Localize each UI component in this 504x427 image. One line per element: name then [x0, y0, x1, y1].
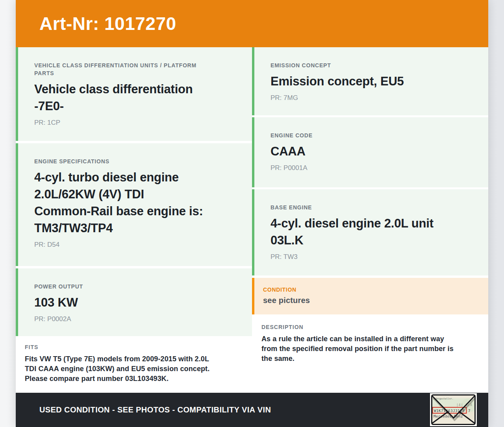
card-pr-code: PR: 7MG: [271, 94, 473, 102]
card-value: 4-cyl. turbo diesel engine 2.0L/62KW (4V…: [34, 169, 237, 237]
card-value: 4-cyl. diesel engine 2.0L unit 03L.K: [271, 215, 473, 249]
content-columns: VEHICLE CLASS DIFFERENTIATION UNITS / PL…: [16, 47, 488, 393]
card-pr-code: PR: P0002A: [34, 315, 237, 323]
card-condition: CONDITION see pictures: [252, 278, 488, 314]
card-base-engine: BASE ENGINE 4-cyl. diesel engine 2.0L un…: [252, 189, 488, 275]
card-pr-code: PR: D54: [34, 241, 237, 249]
listing-page: Art-Nr: 1017270 VEHICLE CLASS DIFFERENTI…: [16, 0, 488, 427]
card-value: CAAA: [271, 143, 473, 160]
footer-banner: USED CONDITION - SEE PHOTOS - COMPATIBIL…: [16, 393, 488, 427]
vin-suffix-text: 7: [468, 409, 470, 413]
card-engine-specifications: ENGINE SPECIFICATIONS 4-cyl. turbo diese…: [16, 143, 252, 266]
description-section: DESCRIPTION As a rule the article can be…: [252, 314, 488, 393]
card-power-output: POWER OUTPUT 103 KW PR: P0002A: [16, 268, 252, 336]
condition-value: see pictures: [263, 296, 479, 305]
card-pr-code: PR: 1CP: [34, 119, 237, 127]
card-engine-code: ENGINE CODE CAAA PR: P0001A: [252, 117, 488, 187]
card-emission-concept: EMISSION CONCEPT Emission concept, EU5 P…: [252, 47, 488, 115]
card-label: EMISSION CONCEPT: [271, 61, 473, 69]
card-label: POWER OUTPUT: [34, 283, 237, 290]
vin-document-image[interactable]: Fahrgestellnr. |4| AiA W1K71463J3129 7 M…: [430, 393, 477, 426]
section-label: DESCRIPTION: [261, 324, 476, 330]
card-vehicle-class-differentiation: VEHICLE CLASS DIFFERENTIATION UNITS / PL…: [16, 47, 252, 141]
section-text: Fits VW T5 (Type 7E) models from 2009-20…: [25, 354, 240, 384]
right-column: EMISSION CONCEPT Emission concept, EU5 P…: [252, 47, 488, 393]
card-value: Emission concept, EU5: [271, 73, 473, 90]
card-value: 103 KW: [34, 294, 237, 311]
card-value: Vehicle class differentiation -7E0-: [34, 81, 237, 115]
card-label: VEHICLE CLASS DIFFERENTIATION UNITS / PL…: [34, 61, 237, 77]
card-pr-code: PR: P0001A: [271, 164, 473, 172]
card-label: CONDITION: [263, 286, 479, 294]
section-label: FITS: [25, 344, 240, 350]
footer-text: USED CONDITION - SEE PHOTOS - COMPATIBIL…: [39, 405, 271, 414]
fits-section: FITS Fits VW T5 (Type 7E) models from 20…: [16, 336, 252, 393]
page-title: Art-Nr: 1017270: [39, 13, 176, 34]
card-label: BASE ENGINE: [271, 203, 473, 211]
card-pr-code: PR: TW3: [271, 253, 473, 261]
card-label: ENGINE SPECIFICATIONS: [34, 157, 237, 165]
section-text: As a rule the article can be installed i…: [261, 334, 476, 364]
card-label: ENGINE CODE: [271, 131, 473, 139]
left-column: VEHICLE CLASS DIFFERENTIATION UNITS / PL…: [16, 47, 252, 393]
header-banner: Art-Nr: 1017270: [16, 0, 488, 47]
envelope-icon: Fahrgestellnr. |4| AiA W1K71463J3129 7 M…: [431, 394, 476, 425]
